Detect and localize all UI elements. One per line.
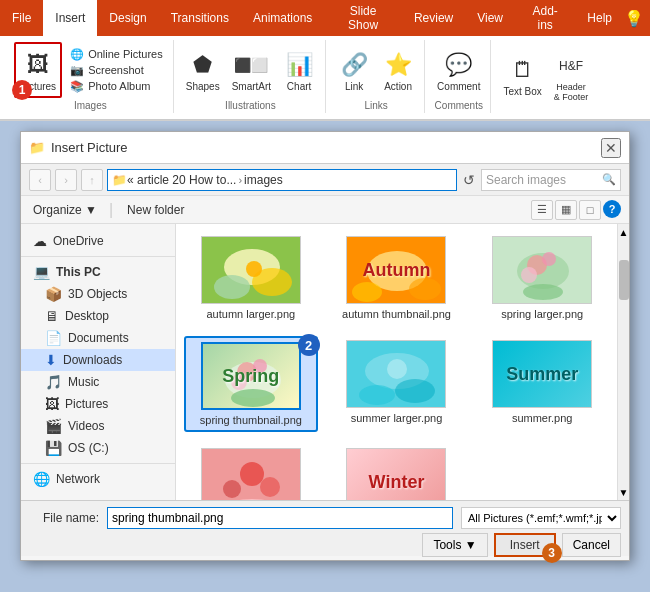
sidebar-item-videos[interactable]: 🎬 Videos (21, 415, 175, 437)
osc-icon: 💾 (45, 440, 62, 456)
cancel-button[interactable]: Cancel (562, 533, 621, 557)
sidebar-item-network[interactable]: 🌐 Network (21, 468, 175, 490)
search-box[interactable]: Search images 🔍 (481, 169, 621, 191)
desktop-icon: 🖥 (45, 308, 59, 324)
tools-button[interactable]: Tools ▼ (422, 533, 487, 557)
photo-album-button[interactable]: 📚 Photo Album (66, 79, 167, 94)
scroll-thumb[interactable] (619, 260, 629, 300)
thumb-img-summer2: Summer (493, 341, 591, 407)
view-buttons: ☰ ▦ □ ? (531, 200, 621, 220)
file-item-summer-png[interactable]: Summer summer.png (475, 336, 609, 432)
thumb-svg-summer-lg (347, 341, 445, 407)
nav-back-button[interactable]: ‹ (29, 169, 51, 191)
sidebar-item-this-pc[interactable]: 💻 This PC (21, 261, 175, 283)
dialog-title-text: Insert Picture (51, 140, 128, 155)
help-button[interactable]: ? (603, 200, 621, 218)
dialog-bottom: File name: All Pictures (*.emf;*.wmf;*.j… (21, 500, 629, 556)
tab-view[interactable]: View (465, 0, 515, 36)
documents-label: Documents (68, 331, 129, 345)
action-icon: ⭐ (382, 49, 414, 81)
nav-forward-button[interactable]: › (55, 169, 77, 191)
file-name-autumn-larger: autumn larger.png (206, 308, 295, 320)
svg-point-24 (387, 359, 407, 379)
smartart-button[interactable]: ⬛⬜ SmartArt (228, 42, 275, 98)
address-bar[interactable]: 📁 « article 20 How to... › images (107, 169, 457, 191)
sidebar-item-music[interactable]: 🎵 Music (21, 371, 175, 393)
address-part1: « article 20 How to... (127, 173, 236, 187)
sidebar-item-downloads[interactable]: ⬇ Downloads (21, 349, 175, 371)
scroll-down-button[interactable]: ▼ (617, 484, 630, 500)
tab-addins[interactable]: Add-ins (515, 0, 575, 36)
tab-insert[interactable]: Insert (43, 0, 97, 36)
sidebar-item-desktop[interactable]: 🖥 Desktop (21, 305, 175, 327)
filetype-select[interactable]: All Pictures (*.emf;*.wmf;*.jpg;* (461, 507, 621, 529)
tab-transitions[interactable]: Transitions (159, 0, 241, 36)
sidebar-item-3d-objects[interactable]: 📦 3D Objects (21, 283, 175, 305)
file-item-spring-thumb[interactable]: Spring spring thumbnail.png 2 (184, 336, 318, 432)
nav-up-button[interactable]: ↑ (81, 169, 103, 191)
thumb-winter-thumb: Winter (346, 448, 446, 500)
svg-point-8 (409, 278, 441, 300)
folder-icon-small: 📁 (112, 173, 127, 187)
tab-file[interactable]: File (0, 0, 43, 36)
file-item-winter-larger[interactable]: winter larger.png (184, 444, 318, 500)
ribbon-content: 🖼 Pictures 1 🌐 Online Pictures 📷 (0, 36, 650, 120)
refresh-button[interactable]: ↺ (461, 172, 477, 188)
this-pc-label: This PC (56, 265, 101, 279)
onedrive-icon: ☁ (33, 233, 47, 249)
insert-btn-wrapper: Insert 3 (494, 533, 556, 557)
tab-review[interactable]: Review (402, 0, 465, 36)
thumb-svg-autumn1 (202, 237, 300, 303)
new-folder-button[interactable]: New folder (121, 201, 190, 219)
file-item-spring-larger[interactable]: spring larger.png (475, 232, 609, 324)
scroll-up-button[interactable]: ▲ (617, 224, 630, 240)
dialog-close-button[interactable]: ✕ (601, 138, 621, 158)
files-area: autumn larger.png (176, 224, 629, 500)
file-item-summer-larger[interactable]: summer larger.png (330, 336, 464, 432)
textbox-icon: 🗒 (507, 54, 539, 86)
tab-design[interactable]: Design (97, 0, 158, 36)
screenshot-button[interactable]: 📷 Screenshot (66, 63, 167, 78)
filename-input[interactable] (107, 507, 453, 529)
header-footer-button[interactable]: H&F Header& Footer (550, 48, 593, 104)
file-item-autumn-thumb[interactable]: Autumn autumn thumbnail.png (330, 232, 464, 324)
file-item-autumn-larger[interactable]: autumn larger.png (184, 232, 318, 324)
chart-label: Chart (287, 81, 311, 92)
sidebar-item-osc[interactable]: 💾 OS (C:) (21, 437, 175, 459)
view-list-button[interactable]: ☰ (531, 200, 553, 220)
thumb-spring-larger (492, 236, 592, 304)
sidebar-item-pictures[interactable]: 🖼 Pictures (21, 393, 175, 415)
music-label: Music (68, 375, 99, 389)
scrollbar[interactable]: ▲ ▼ (617, 224, 629, 500)
illustrations-group-label: Illustrations (225, 100, 276, 111)
tab-help[interactable]: Help (575, 0, 624, 36)
thumb-autumn-larger (201, 236, 301, 304)
svg-point-4 (246, 261, 262, 277)
action-button[interactable]: ⭐ Action (378, 42, 418, 98)
summer-label: Summer (506, 364, 578, 385)
online-pictures-button[interactable]: 🌐 Online Pictures (66, 47, 167, 62)
comment-button[interactable]: 💬 Comment (433, 42, 484, 98)
tab-slideshow[interactable]: Slide Show (324, 0, 402, 36)
view-extra-button[interactable]: □ (579, 200, 601, 220)
network-icon: 🌐 (33, 471, 50, 487)
shapes-button[interactable]: ⬟ Shapes (182, 42, 224, 98)
link-button[interactable]: 🔗 Link (334, 42, 374, 98)
dialog-overlay: 📁 Insert Picture ✕ ‹ › ↑ 📁 « article 20 … (0, 121, 650, 592)
online-pictures-label: Online Pictures (88, 48, 163, 60)
svg-point-26 (240, 462, 264, 486)
photo-album-icon: 📚 (70, 80, 84, 93)
text-buttons: 🗒 Text Box H&F Header& Footer (499, 42, 592, 109)
sidebar-item-documents[interactable]: 📄 Documents (21, 327, 175, 349)
organize-button[interactable]: Organize ▼ (29, 201, 101, 219)
textbox-button[interactable]: 🗒 Text Box (499, 48, 545, 104)
file-item-winter-thumb[interactable]: Winter winter thumbnail.png (330, 444, 464, 500)
images-group-label: Images (74, 100, 107, 111)
chart-button[interactable]: 📊 Chart (279, 42, 319, 98)
comments-buttons: 💬 Comment (433, 42, 484, 98)
links-group-label: Links (364, 100, 387, 111)
tab-animations[interactable]: Animations (241, 0, 324, 36)
view-details-button[interactable]: ▦ (555, 200, 577, 220)
sidebar-item-onedrive[interactable]: ☁ OneDrive (21, 230, 175, 252)
app-background: File Insert Design Transitions Animation… (0, 0, 650, 592)
